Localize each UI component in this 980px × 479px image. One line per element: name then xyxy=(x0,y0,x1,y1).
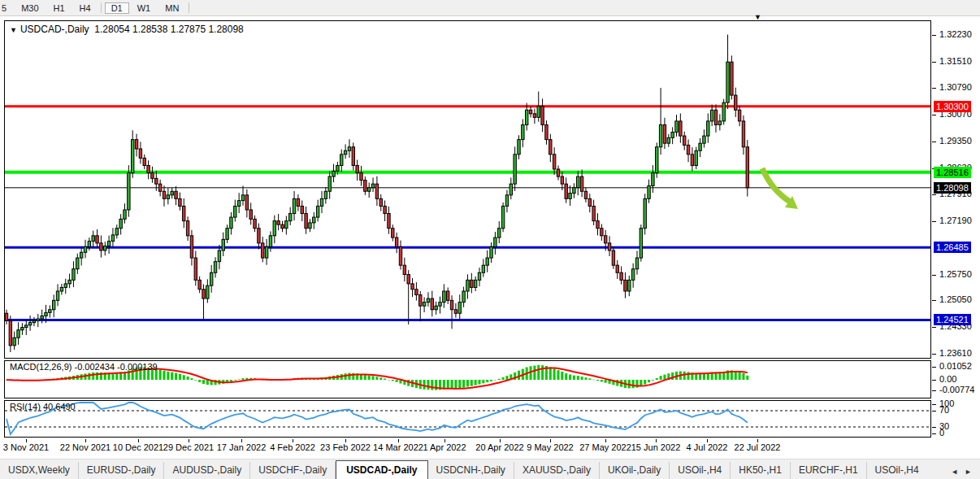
candle-body xyxy=(241,195,244,201)
price-axis[interactable]: 1.322301.315101.307901.300701.293501.286… xyxy=(932,20,980,457)
candle-body xyxy=(731,62,733,95)
candle-body xyxy=(107,242,110,246)
candle-body xyxy=(435,306,437,310)
candle-body xyxy=(384,206,386,213)
candle-body xyxy=(340,155,343,166)
macd-histogram-bar xyxy=(88,373,90,380)
chevron-down-icon[interactable]: ▼ xyxy=(10,26,17,34)
macd-histogram-bar xyxy=(533,366,536,380)
macd-histogram-bar xyxy=(163,371,166,380)
chart-tab-audusd-daily[interactable]: AUDUSD-,Daily xyxy=(164,462,250,479)
candle-body xyxy=(60,287,63,291)
candle-body xyxy=(155,178,158,184)
macd-histogram-bar xyxy=(92,372,94,380)
macd-histogram-bar xyxy=(447,380,449,389)
date-label: 9 May 2022 xyxy=(527,442,573,452)
candle-body xyxy=(313,217,315,223)
candle-body xyxy=(41,316,43,319)
candle-body xyxy=(628,280,631,291)
chart-tab-usdchf-daily[interactable]: USDCHF-,Daily xyxy=(250,462,336,479)
macd-histogram-bar xyxy=(577,376,579,380)
candle-body xyxy=(13,337,15,346)
macd-histogram-bar xyxy=(190,378,193,380)
macd-histogram-bar xyxy=(202,380,205,384)
candle-body xyxy=(21,328,24,330)
timeframe-button-w1[interactable]: W1 xyxy=(131,2,158,14)
candle-body xyxy=(580,176,583,191)
date-axis[interactable]: 3 Nov 202122 Nov 202110 Dec 202129 Dec 2… xyxy=(4,439,931,457)
price-chart-pane[interactable] xyxy=(4,20,931,359)
macd-histogram-bar xyxy=(183,375,185,380)
candle-body xyxy=(746,147,748,188)
candle-body xyxy=(640,229,642,258)
chart-scroll-marker-icon[interactable]: ▼ xyxy=(754,13,761,21)
timeframe-button-mn[interactable]: MN xyxy=(158,2,185,14)
candle-body xyxy=(608,243,610,250)
candle-body xyxy=(344,150,346,155)
date-label: 4 Feb 2022 xyxy=(270,442,315,452)
chart-tab-hk50-h1[interactable]: HK50-,H1 xyxy=(731,462,791,479)
chart-tab-usoil-h4[interactable]: USOil-,H4 xyxy=(670,462,731,479)
candle-body xyxy=(695,150,697,165)
chart-tab-eurusd-daily[interactable]: EURUSD-,Daily xyxy=(79,462,165,479)
candle-body xyxy=(427,298,429,303)
candle-body xyxy=(37,319,39,320)
candle-body xyxy=(230,217,232,229)
chart-tab-usoil-h4[interactable]: USOil-,H4 xyxy=(867,462,927,479)
tab-scroll-left-icon[interactable]: ◄ xyxy=(951,468,958,476)
candlestick-chart[interactable] xyxy=(5,21,930,358)
rsi-pane[interactable] xyxy=(4,400,931,438)
candle-body xyxy=(443,291,445,303)
candle-body xyxy=(64,284,67,288)
tab-scroll-right-icon[interactable]: ► xyxy=(965,468,972,476)
chart-tab-usdcad-daily[interactable]: USDCAD-,Daily xyxy=(336,460,427,479)
macd-histogram-bar xyxy=(490,380,492,381)
timeframe-button-5[interactable]: 5 xyxy=(0,2,13,14)
chart-tab-usdcnh-daily[interactable]: USDCNH-,Daily xyxy=(428,462,514,479)
candle-body xyxy=(592,206,595,220)
timeframe-button-m30[interactable]: M30 xyxy=(15,2,45,14)
timeframe-button-h1[interactable]: H1 xyxy=(47,2,72,14)
macd-histogram-bar xyxy=(565,373,567,380)
candle-body xyxy=(659,124,661,146)
rsi-name: RSI(14) xyxy=(10,402,41,412)
chart-tab-ukoil-daily[interactable]: UKOil-,Daily xyxy=(600,462,670,479)
rsi-chart[interactable] xyxy=(5,401,930,437)
chart-tab-usdx-weekly[interactable]: USDX,Weekly xyxy=(0,462,79,479)
axis-tickmark xyxy=(932,194,936,195)
candle-body xyxy=(163,191,165,198)
candle-body xyxy=(328,176,331,191)
timeframe-button-d1[interactable]: D1 xyxy=(105,2,129,14)
candle-body xyxy=(222,239,224,250)
candle-body xyxy=(265,246,267,258)
macd-histogram-bar xyxy=(388,380,390,381)
candle-body xyxy=(450,300,453,309)
macd-histogram-bar xyxy=(494,380,497,381)
rsi-tick-70: 70 xyxy=(939,405,949,415)
candle-body xyxy=(644,198,646,228)
candle-body xyxy=(139,149,141,158)
candle-body xyxy=(289,214,292,221)
candle-body xyxy=(167,195,169,199)
candle-body xyxy=(352,147,354,166)
axis-tickmark xyxy=(932,88,936,89)
macd-histogram-bar xyxy=(368,376,371,380)
date-label: 29 Dec 2021 xyxy=(163,442,214,452)
chart-tab-eurchf-h1[interactable]: EURCHF-,H1 xyxy=(791,462,867,479)
candle-body xyxy=(447,291,449,300)
macd-histogram-bar xyxy=(392,380,394,381)
candle-body xyxy=(375,184,378,198)
price-tick-1.25750: 1.25750 xyxy=(939,269,972,279)
chart-tab-xauusd-daily[interactable]: XAUUSD-,Daily xyxy=(514,462,600,479)
candle-body xyxy=(68,280,71,284)
candle-body xyxy=(237,201,240,207)
candle-body xyxy=(218,250,220,262)
macd-histogram-bar xyxy=(573,376,575,380)
candle-body xyxy=(522,124,524,139)
macd-histogram-bar xyxy=(742,373,744,380)
macd-values: -0.002434 -0.000139 xyxy=(74,362,157,372)
candle-body xyxy=(72,269,75,281)
date-label: 22 Jul 2022 xyxy=(735,442,781,452)
candle-body xyxy=(415,290,418,295)
timeframe-button-h4[interactable]: H4 xyxy=(73,2,98,14)
